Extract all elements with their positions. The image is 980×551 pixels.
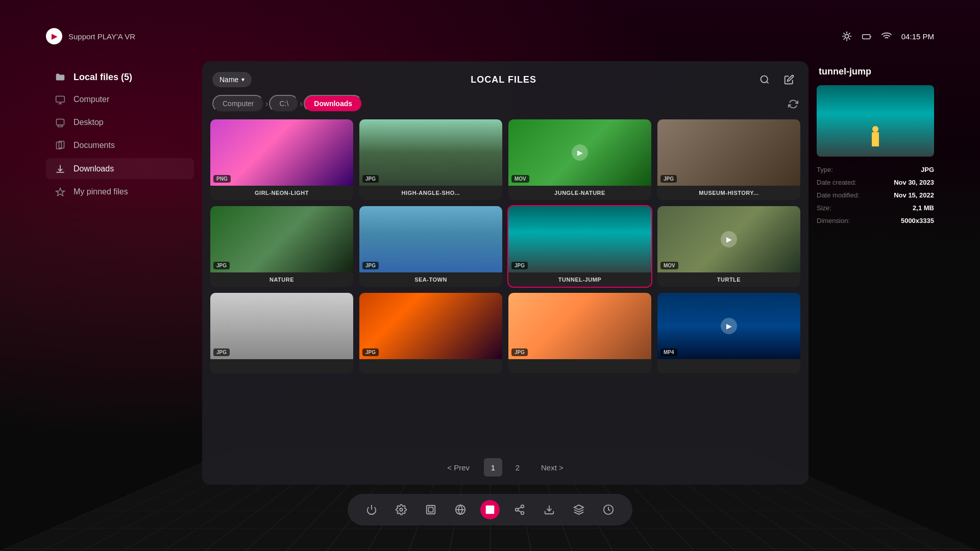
share-button[interactable]: [510, 500, 529, 519]
layers-button[interactable]: [569, 500, 589, 519]
search-button[interactable]: [755, 70, 774, 89]
computer-label: Computer: [74, 95, 109, 104]
svg-rect-1: [862, 34, 870, 38]
globe-button[interactable]: [451, 500, 470, 519]
dimension-value: 5000x3335: [901, 217, 934, 224]
svg-rect-14: [486, 506, 495, 514]
file-item-vr-headset[interactable]: JPG: [508, 293, 651, 373]
desktop-icon: [54, 117, 66, 128]
svg-point-7: [761, 76, 768, 83]
file-item-car[interactable]: JPG: [359, 293, 502, 373]
file-name: HIGH-ANGLE-SHO...: [359, 186, 502, 200]
media-button[interactable]: [480, 500, 500, 519]
file-name: TURTLE: [657, 272, 800, 287]
detail-thumb-bg: [817, 85, 934, 157]
file-name: NATURE: [210, 272, 353, 287]
next-button[interactable]: Next >: [533, 459, 572, 476]
refresh-button[interactable]: [788, 98, 798, 109]
time-display: 04:15 PM: [901, 32, 934, 41]
file-item-museum-history[interactable]: JPG MUSEUM-HISTORY...: [657, 119, 800, 200]
breadcrumb: Computer › C:\ › Downloads: [202, 95, 808, 119]
date-created-label: Date created:: [817, 179, 856, 186]
sort-label: Name: [219, 76, 238, 84]
power-button[interactable]: [362, 500, 381, 519]
file-item-girl-neon[interactable]: PNG GIRL-NEON-LIGHT: [210, 119, 353, 200]
local-files-label: Local files (5): [74, 72, 132, 83]
pin-icon: [54, 186, 66, 197]
edit-button[interactable]: [780, 70, 798, 89]
file-name: TUNNEL-JUMP: [508, 272, 651, 287]
meta-dimension: Dimension: 5000x3335: [817, 217, 934, 224]
prev-button[interactable]: < Prev: [439, 459, 478, 476]
download-toolbar-button[interactable]: [540, 500, 559, 519]
dimension-label: Dimension:: [817, 217, 850, 224]
meta-size: Size: 2,1 MB: [817, 204, 934, 212]
sidebar: Local files (5) Computer Desktop Documen…: [46, 61, 194, 485]
file-item-underwater[interactable]: MP4 ▶: [657, 293, 800, 373]
file-name: JUNGLE-NATURE: [508, 186, 651, 200]
file-item-jungle-nature[interactable]: MOV ▶ JUNGLE-NATURE: [508, 119, 651, 200]
file-item-building[interactable]: JPG: [210, 293, 353, 373]
top-bar: ▶ Support PLAY'A VR 04:15 PM: [46, 28, 934, 44]
sidebar-item-pinned[interactable]: My pinned files: [46, 181, 194, 202]
sidebar-item-downloads[interactable]: Downloads: [46, 158, 194, 179]
sidebar-item-local-files[interactable]: Local files (5): [46, 65, 194, 87]
sidebar-item-desktop[interactable]: Desktop: [46, 112, 194, 133]
settings-button[interactable]: [391, 500, 411, 519]
header-actions: [755, 70, 798, 89]
svg-point-0: [845, 34, 848, 38]
file-name: SEA-TOWN: [359, 272, 502, 287]
file-name: [657, 359, 800, 373]
svg-line-19: [518, 507, 521, 509]
panel-title: LOCAL FILES: [471, 74, 536, 85]
file-item-sea-town[interactable]: JPG SEA-TOWN: [359, 206, 502, 287]
documents-label: Documents: [74, 141, 115, 150]
sidebar-item-computer[interactable]: Computer: [46, 89, 194, 110]
file-item-turtle[interactable]: MOV ▶ TURTLE: [657, 206, 800, 287]
svg-rect-3: [57, 119, 64, 125]
page-2[interactable]: 2: [508, 458, 527, 477]
breadcrumb-computer[interactable]: Computer: [212, 95, 264, 112]
app-title: Support PLAY'A VR: [68, 32, 135, 41]
breadcrumb-downloads[interactable]: Downloads: [304, 95, 362, 112]
file-grid: PNG GIRL-NEON-LIGHT JPG HIGH-ANGLE-SHO..…: [202, 119, 808, 450]
history-button[interactable]: [599, 500, 618, 519]
meta-date-modified: Date modified: Nov 15, 2022: [817, 191, 934, 199]
bottom-toolbar: [348, 494, 632, 525]
wifi-icon: [881, 31, 892, 42]
svg-point-16: [516, 508, 519, 511]
date-created-value: Nov 30, 2023: [894, 179, 934, 186]
downloads-label: Downloads: [74, 164, 114, 173]
file-browser: Name ▾ LOCAL FILES Computer › C:\ › Down…: [202, 61, 808, 485]
meta-type: Type: JPG: [817, 166, 934, 173]
capture-button[interactable]: [421, 500, 440, 519]
sidebar-item-documents[interactable]: Documents: [46, 135, 194, 156]
detail-thumbnail: [817, 85, 934, 157]
svg-marker-21: [574, 505, 583, 510]
breadcrumb-sep-2: ›: [299, 98, 304, 109]
pinned-label: My pinned files: [74, 187, 128, 196]
svg-point-9: [400, 508, 403, 511]
sort-dropdown[interactable]: Name ▾: [212, 72, 252, 87]
detail-title: tunnel-jump: [817, 66, 934, 77]
file-browser-header: Name ▾ LOCAL FILES: [202, 61, 808, 95]
file-item-high-angle[interactable]: JPG HIGH-ANGLE-SHO...: [359, 119, 502, 200]
svg-rect-2: [56, 96, 65, 102]
size-label: Size:: [817, 204, 831, 212]
desktop-label: Desktop: [74, 118, 104, 127]
breadcrumb-root[interactable]: C:\: [269, 95, 299, 112]
file-name: [210, 359, 353, 373]
status-bar: 04:15 PM: [841, 31, 934, 42]
app-branding: ▶ Support PLAY'A VR: [46, 28, 135, 44]
file-name: GIRL-NEON-LIGHT: [210, 186, 353, 200]
size-value: 2,1 MB: [913, 204, 934, 212]
battery-icon: [862, 31, 872, 41]
page-1[interactable]: 1: [484, 458, 502, 477]
svg-rect-10: [427, 506, 435, 514]
file-item-nature[interactable]: JPG NATURE: [210, 206, 353, 287]
svg-point-15: [521, 505, 524, 508]
file-item-tunnel-jump[interactable]: JPG TUNNEL-JUMP: [508, 206, 651, 287]
bug-icon: [841, 31, 852, 42]
date-modified-value: Nov 15, 2022: [894, 191, 934, 199]
date-modified-label: Date modified:: [817, 191, 860, 199]
